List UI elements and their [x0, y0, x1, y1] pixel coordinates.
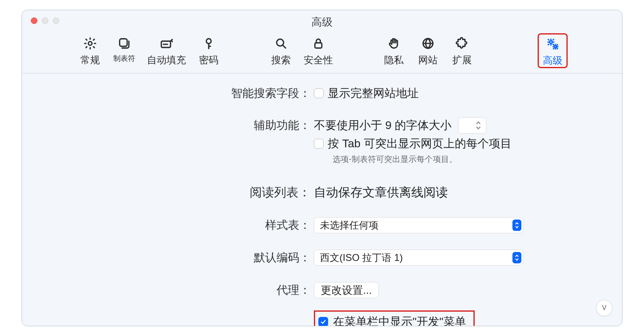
- row-proxy: 代理： 更改设置...: [95, 282, 549, 298]
- checkbox-show-full-url[interactable]: [314, 88, 324, 98]
- toolbar-label: 常规: [80, 54, 100, 67]
- chevron-updown-icon: [475, 119, 483, 132]
- toolbar-label: 高级: [543, 54, 562, 67]
- toolbar-tab-advanced[interactable]: 高级: [538, 33, 568, 68]
- svg-rect-1: [120, 39, 127, 46]
- toolbar-tab-autofill[interactable]: 自动填充: [145, 33, 188, 68]
- puzzle-icon: [454, 36, 470, 51]
- globe-icon: [420, 36, 436, 51]
- advanced-pane: 智能搜索字段： 显示完整网站地址 辅助功能： 不要使用小于 9 的字体大小: [22, 73, 622, 326]
- hand-icon: [386, 36, 402, 51]
- toolbar-tab-passwords[interactable]: 密码: [195, 33, 223, 68]
- toolbar-label: 制表符: [113, 54, 135, 63]
- window-close-button[interactable]: [31, 17, 37, 24]
- checkbox-label: 在菜单栏中显示"开发"菜单: [333, 314, 466, 326]
- toolbar-label: 扩展: [452, 54, 472, 67]
- window-traffic-lights: [31, 17, 59, 24]
- toolbar-label: 密码: [199, 54, 218, 67]
- row-accessibility-tab: 按 Tab 可突出显示网页上的每个项目: [95, 136, 549, 151]
- toolbar-tab-security[interactable]: 安全性: [301, 33, 335, 68]
- gear-icon: [82, 36, 98, 51]
- row-stylesheet: 样式表： 未选择任何项: [95, 217, 549, 233]
- toolbar-spacer: [342, 33, 374, 68]
- select-stylesheet[interactable]: 未选择任何项: [314, 217, 523, 233]
- gears-icon: [545, 36, 560, 52]
- row-default-encoding: 默认编码： 西文(ISO 拉丁语 1): [95, 250, 549, 266]
- floating-badge[interactable]: V: [596, 300, 612, 316]
- min-font-text: 不要使用小于 9 的字体大小: [314, 118, 452, 133]
- label-accessibility: 辅助功能：: [95, 118, 314, 133]
- toolbar-tab-search[interactable]: 搜索: [267, 33, 295, 68]
- svg-point-8: [555, 46, 557, 48]
- checkbox-show-develop-menu[interactable]: [318, 317, 328, 326]
- svg-point-7: [549, 41, 552, 43]
- toolbar-tab-general[interactable]: 常规: [76, 33, 104, 68]
- min-font-stepper[interactable]: [458, 117, 486, 134]
- lock-icon: [311, 36, 326, 51]
- select-value: 未选择任何项: [320, 219, 378, 232]
- window-title: 高级: [22, 10, 622, 29]
- toolbar-tab-tabs[interactable]: 制表符: [110, 33, 138, 68]
- checkbox-label: 按 Tab 可突出显示网页上的每个项目: [328, 136, 512, 151]
- key-icon: [201, 36, 216, 51]
- checkbox-label: 显示完整网站地址: [328, 86, 419, 101]
- select-value: 西文(ISO 拉丁语 1): [320, 251, 403, 264]
- preferences-toolbar: 常规 制表符 自动填充 密码 搜索: [22, 29, 622, 73]
- button-change-proxy[interactable]: 更改设置...: [314, 282, 379, 298]
- toolbar-label: 隐私: [384, 54, 404, 67]
- row-develop-menu: 在菜单栏中显示"开发"菜单: [95, 310, 549, 326]
- row-reading-list: 阅读列表： 自动保存文章供离线阅读: [95, 184, 549, 201]
- reading-list-text: 自动保存文章供离线阅读: [314, 184, 448, 201]
- chevron-updown-icon: [512, 252, 521, 263]
- label-stylesheet: 样式表：: [95, 218, 314, 233]
- checkbox-tab-highlight[interactable]: [314, 139, 324, 149]
- row-accessibility-font: 辅助功能： 不要使用小于 9 的字体大小: [95, 117, 549, 134]
- toolbar-spacer: [229, 33, 261, 68]
- button-label: 更改设置...: [321, 283, 372, 297]
- window-minimize-button[interactable]: [42, 17, 48, 24]
- autofill-icon: [159, 36, 174, 51]
- toolbar-tab-extensions[interactable]: 扩展: [448, 33, 476, 68]
- toolbar-spacer: [482, 33, 531, 68]
- chevron-updown-icon: [512, 220, 521, 231]
- row-smart-search: 智能搜索字段： 显示完整网站地址: [95, 86, 549, 101]
- label-smart-search: 智能搜索字段：: [95, 86, 314, 101]
- svg-point-0: [88, 41, 92, 45]
- toolbar-label: 自动填充: [147, 54, 186, 67]
- toolbar-tab-websites[interactable]: 网站: [414, 33, 442, 68]
- select-default-encoding[interactable]: 西文(ISO 拉丁语 1): [314, 250, 523, 266]
- toolbar-label: 安全性: [304, 54, 333, 67]
- preferences-window: 高级 常规 制表符 自动填充 密码: [22, 10, 622, 326]
- helper-text: 选项-制表符可突出显示每个项目。: [333, 154, 457, 165]
- label-reading-list: 阅读列表：: [95, 184, 314, 201]
- badge-letter: V: [602, 304, 607, 312]
- toolbar-label: 网站: [418, 54, 438, 67]
- toolbar-label: 搜索: [271, 54, 291, 67]
- develop-menu-highlight: 在菜单栏中显示"开发"菜单: [314, 310, 475, 326]
- label-default-encoding: 默认编码：: [95, 250, 314, 265]
- toolbar-tab-privacy[interactable]: 隐私: [380, 33, 408, 68]
- window-zoom-button[interactable]: [53, 17, 59, 24]
- svg-point-3: [206, 39, 211, 43]
- svg-rect-5: [315, 43, 322, 48]
- row-accessibility-helper: 选项-制表符可突出显示每个项目。: [95, 154, 549, 165]
- label-proxy: 代理：: [95, 282, 314, 298]
- search-icon: [273, 36, 289, 51]
- tabs-icon: [117, 36, 132, 51]
